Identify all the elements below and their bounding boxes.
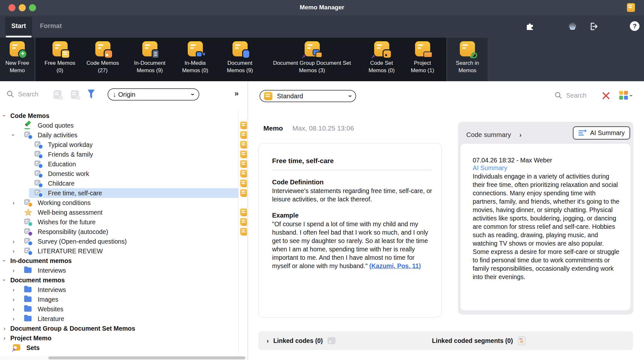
print-icon[interactable]: [568, 22, 577, 31]
expand-linked-codes-icon[interactable]: ›: [267, 337, 269, 345]
tree-search-field[interactable]: Search: [6, 90, 38, 98]
tree-item[interactable]: LITERATURE REVIEW: [0, 246, 248, 256]
memo-indicator-icon[interactable]: [240, 209, 247, 216]
memo-search-field[interactable]: Search: [554, 92, 586, 99]
tree-chevron-icon[interactable]: [10, 315, 17, 322]
chevron-right-icon[interactable]: ›: [519, 131, 522, 139]
linked-codes-label[interactable]: Linked codes (0): [273, 337, 323, 345]
tree-item[interactable]: Working conditions: [0, 198, 248, 208]
code-summary-title: Code summary: [466, 131, 511, 139]
memo-view-select[interactable]: Standard ›: [260, 90, 356, 102]
memo-icon: [232, 41, 248, 56]
filter-funnel-icon[interactable]: [88, 90, 95, 99]
tree-chevron-icon[interactable]: [1, 257, 8, 264]
ribbon-in-media-memos[interactable]: In-Media Memos (0): [174, 38, 216, 81]
code-icon-blue: [34, 151, 43, 158]
memo-document-filter-icon[interactable]: [53, 90, 62, 99]
ribbon-in-document-memos[interactable]: In-Document Memos (9): [125, 38, 174, 81]
ribbon-project-memo[interactable]: Project Memo (1): [403, 38, 442, 81]
tree-chevron-icon[interactable]: [10, 248, 17, 255]
tree-item-label: Images: [38, 296, 58, 303]
memo-indicator-icon[interactable]: [240, 180, 247, 187]
tab-start[interactable]: Start: [5, 17, 32, 35]
tree-item[interactable]: Daily activities: [0, 130, 248, 140]
tree-item[interactable]: Wishes for the future: [0, 217, 248, 227]
memo-indicator-icon[interactable]: [240, 170, 247, 178]
ai-summary-button[interactable]: AI Summary: [573, 126, 630, 140]
tree-item-label: Friends & family: [48, 151, 93, 158]
tree-item[interactable]: Document Group & Document Set Memos: [0, 324, 248, 333]
tree-item[interactable]: Images: [0, 295, 248, 304]
tree-chevron-icon[interactable]: [1, 112, 8, 119]
tree-item[interactable]: Education: [0, 159, 248, 169]
help-icon[interactable]: ?: [630, 21, 639, 31]
tree-item[interactable]: Interviews: [0, 285, 248, 295]
memo-indicator-icon[interactable]: [240, 131, 247, 139]
memo-indicator-icon[interactable]: [240, 228, 247, 236]
linked-segments-label[interactable]: Linked coded segments (0): [432, 337, 513, 345]
memo-indicator-icon[interactable]: [240, 218, 247, 226]
chevron-down-icon[interactable]: ›: [628, 95, 635, 97]
ribbon-code-memos[interactable]: Code Memos (27): [80, 38, 125, 81]
tree-item[interactable]: Interviews: [0, 266, 248, 275]
scrollbar-thumb[interactable]: [48, 356, 245, 359]
tree-item[interactable]: Good quotes: [0, 121, 248, 130]
tree-chevron-icon[interactable]: [10, 306, 17, 313]
tree-item[interactable]: Free time, self-care: [0, 188, 248, 198]
linked-items-bar: › Linked codes (0) Linked coded segments…: [258, 331, 633, 350]
ribbon-toolbar: New Free Memo Free Memos (0) Code Memos …: [0, 38, 644, 81]
ribbon-code-set-memos[interactable]: Code Set Memos (0): [360, 38, 403, 81]
tree-item[interactable]: Code Memos: [0, 111, 248, 121]
tree-chevron-icon[interactable]: [10, 199, 17, 206]
memo-indicator-icon[interactable]: [240, 122, 247, 129]
tree-chevron-icon[interactable]: [10, 296, 17, 303]
memo-code-filter-icon[interactable]: [71, 90, 79, 99]
memo-icon: [264, 92, 272, 100]
tree-chevron-icon[interactable]: [10, 267, 17, 274]
tree-item[interactable]: Survey (Open-ended questions): [0, 237, 248, 246]
memo-indicator-icon[interactable]: [240, 151, 247, 158]
segment-source-link[interactable]: (Kazumi, Pos. 11): [369, 262, 421, 269]
tree-item[interactable]: Domestic work: [0, 169, 248, 179]
collapse-panel-button[interactable]: »: [234, 89, 239, 98]
tab-format[interactable]: Format: [37, 17, 64, 35]
memo-indicator-icon[interactable]: [240, 160, 247, 168]
ai-summary-button-label: AI Summary: [590, 129, 625, 137]
ribbon-search-in-memos[interactable]: Search in Memos: [447, 38, 488, 81]
tree-item[interactable]: Responsibility (autocode): [0, 227, 248, 237]
ai-sparkle-lines-icon: [578, 129, 587, 137]
ai-summary-link[interactable]: AI Summary: [473, 164, 619, 172]
tree-item[interactable]: Sets: [0, 343, 248, 353]
window-layout-puzzle-icon[interactable]: [619, 91, 628, 100]
tree-chevron-icon[interactable]: [10, 238, 17, 245]
tree-item[interactable]: Websites: [0, 304, 248, 314]
ribbon-document-group-set-memos[interactable]: Document Group Document Set Memos (3): [264, 38, 360, 81]
tree-item[interactable]: Typical workday: [0, 140, 248, 150]
horizontal-scrollbar[interactable]: [0, 356, 247, 360]
memo-indicator-icon[interactable]: [240, 189, 247, 197]
tree-chevron-icon[interactable]: [1, 325, 8, 332]
tree-chevron-icon[interactable]: [1, 335, 8, 342]
tree-item[interactable]: Friends & family: [0, 150, 248, 159]
memo-indicator-icon[interactable]: [240, 141, 247, 149]
tree-item[interactable]: Childcare: [0, 179, 248, 188]
tree-item[interactable]: Project Memo: [0, 333, 248, 343]
ribbon-new-free-memo[interactable]: New Free Memo: [0, 38, 34, 81]
arrow-overlay-icon: [50, 54, 54, 59]
folder-icon: [24, 267, 33, 274]
memo-detail-panel: Standard › Search › Memo Max, 08.10.25 1…: [248, 81, 644, 360]
tree-item[interactable]: Well-being assessment: [0, 208, 248, 217]
ribbon-free-memos[interactable]: Free Memos (0): [40, 38, 80, 81]
tree-chevron-icon[interactable]: [1, 277, 8, 284]
tree-item[interactable]: Document memos: [0, 275, 248, 285]
ribbon-document-memos[interactable]: Document Memos (9): [216, 38, 264, 81]
close-search-icon[interactable]: [602, 92, 610, 100]
tree-chevron-icon[interactable]: [10, 131, 17, 139]
puzzle-addons-icon[interactable]: [526, 22, 535, 31]
export-sign-out-icon[interactable]: [589, 22, 598, 31]
tree-item[interactable]: Literature: [0, 314, 248, 324]
sort-order-select[interactable]: ↓ Origin ›: [108, 88, 199, 101]
memo-icon: [95, 41, 110, 56]
tree-chevron-icon[interactable]: [10, 286, 17, 293]
tree-item[interactable]: In-document memos: [0, 256, 248, 266]
